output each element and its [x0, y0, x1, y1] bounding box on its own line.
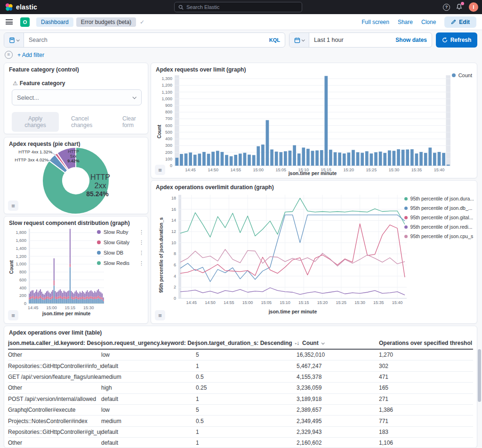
apply-changes-button[interactable]: Apply changes — [12, 112, 59, 132]
legend-kebab-icon[interactable]: ⋮ — [136, 240, 144, 246]
svg-text:15:30: 15:30 — [83, 305, 94, 310]
table-cell: 471 — [379, 374, 472, 380]
y-axis-label: 95th percentile of json.duration_s — [159, 217, 164, 293]
legend-dot — [97, 230, 101, 234]
control-field-label: Feature category — [20, 80, 65, 87]
svg-text:500: 500 — [165, 130, 172, 135]
legend-toggle-icon[interactable]: ≡ — [8, 200, 18, 211]
table-cell: Projects::NotesController#index — [8, 418, 101, 424]
table-cell: 1 — [196, 429, 297, 435]
table-cell: 4,155,378 — [297, 374, 379, 380]
x-axis-label: json.time per minute — [178, 309, 407, 314]
legend-kebab-icon[interactable]: ⋮ — [136, 229, 144, 235]
legend-toggle-icon[interactable]: ≡ — [155, 165, 165, 175]
show-dates-link[interactable]: Show dates — [395, 37, 432, 43]
table-cell: medium — [101, 374, 196, 380]
svg-text:14: 14 — [171, 218, 176, 223]
chevron-down-icon — [295, 341, 297, 344]
y-axis-label: Count — [157, 125, 162, 138]
svg-text:800: 800 — [165, 110, 172, 114]
legend-item[interactable]: 95th percentile of json.cpu_s — [404, 232, 474, 241]
kql-toggle[interactable]: KQL — [269, 37, 285, 43]
svg-text:700: 700 — [165, 116, 172, 121]
user-avatar[interactable]: I — [469, 2, 478, 12]
kql-search-bar: Search KQL — [4, 32, 285, 48]
refresh-button[interactable]: Refresh — [436, 32, 477, 48]
table-cell: 5,467,247 — [297, 363, 379, 369]
x-axis-label: json.time per minute — [29, 311, 104, 316]
pie-callout-http3xx: HTTP 3xx 4.02% — [5, 157, 48, 162]
clone-link[interactable]: Clone — [421, 19, 436, 25]
legend-kebab-icon[interactable]: ⋮ — [136, 250, 144, 256]
legend-dot — [97, 251, 101, 255]
page-scrollbar-thumb[interactable] — [478, 349, 481, 402]
breadcrumb-dashboard[interactable]: Dashboard — [36, 17, 73, 27]
svg-text:14:55: 14:55 — [224, 300, 234, 305]
global-search-input[interactable]: Search Elastic — [174, 2, 302, 12]
legend-item-count[interactable]: Count — [452, 72, 472, 78]
query-bar: Search KQL Last 1 hour Show dates Refre — [4, 32, 478, 48]
legend-toggle-icon[interactable]: ≡ — [155, 310, 165, 320]
table-cell: 1 — [196, 396, 297, 402]
legend-item[interactable]: Slow Ruby⋮ — [97, 227, 144, 237]
breadcrumb-current: Error budgets (beta) — [76, 17, 136, 27]
table-row: Repositories::GitHttpController#git_upl.… — [8, 427, 473, 438]
table-cell: GET /api/:version/feature_flags/unleash.… — [8, 374, 101, 380]
help-icon[interactable]: ? — [443, 4, 450, 11]
table-row: POST /api/:version/internal/alloweddefau… — [8, 394, 473, 405]
pie-label-http2xx-pct: 85.24% — [80, 190, 114, 198]
clear-form-button[interactable]: Clear form — [122, 115, 148, 128]
legend-item[interactable]: 95th percentile of json.redi... — [404, 222, 474, 232]
saved-query-menu-button[interactable] — [4, 33, 24, 47]
menu-icon[interactable] — [6, 19, 13, 24]
share-link[interactable]: Share — [398, 19, 413, 25]
column-header-request-urgency[interactable]: json.request_urgency.keyword: Des... — [101, 340, 196, 346]
saved-query-icon — [9, 37, 15, 43]
legend-item[interactable]: 95th percentile of json.gital... — [404, 213, 474, 222]
svg-text:0: 0 — [174, 296, 176, 301]
refresh-icon — [442, 37, 448, 43]
legend-kebab-icon[interactable]: ⋮ — [136, 260, 144, 266]
full-screen-link[interactable]: Full screen — [362, 19, 389, 25]
legend-toggle-icon[interactable]: ≡ — [8, 310, 18, 320]
svg-text:15:35: 15:35 — [373, 300, 384, 305]
table-cell: Repositories::GitHttpController#info_ref… — [8, 363, 101, 369]
add-filter-link[interactable]: + Add filter — [17, 52, 44, 58]
bar-chart-canvas[interactable]: 01002003004005006007008009001,0001,1001,… — [151, 63, 478, 179]
table-cell: default — [101, 429, 196, 435]
table-row: Otherdefault12,160,6021,106 — [8, 438, 473, 448]
column-header-target-duration[interactable]: json.target_duration_s: Descending — [196, 340, 297, 346]
search-input[interactable]: Search — [24, 37, 269, 43]
table-cell: 183 — [379, 429, 472, 435]
notifications-button[interactable] — [456, 3, 463, 11]
column-header-caller-id[interactable]: json.meta.caller_id.keyword: Desce... — [8, 340, 101, 346]
svg-text:15:20: 15:20 — [317, 300, 328, 305]
legend-item[interactable]: 95th percentile of json.dura... — [404, 194, 474, 203]
edit-button[interactable]: Edit — [444, 16, 476, 28]
legend-item[interactable]: Slow DB⋮ — [97, 248, 144, 258]
space-badge[interactable]: O — [20, 17, 30, 27]
svg-text:8: 8 — [174, 251, 176, 256]
quick-select-menu-button[interactable] — [289, 33, 309, 47]
table-cell: 5 — [196, 407, 297, 413]
table-cell: 2,329,943 — [297, 429, 379, 435]
legend-label: 95th percentile of json.redi... — [410, 224, 473, 230]
elastic-logo[interactable]: elastic — [0, 3, 37, 11]
column-header-count[interactable]: ↓ Count — [297, 340, 379, 346]
legend-item[interactable]: Slow Redis⋮ — [97, 258, 144, 268]
pencil-icon — [451, 19, 456, 24]
legend-item[interactable]: Slow Gitaly⋮ — [97, 237, 144, 248]
table-cell: 1 — [196, 363, 297, 369]
panel-apdex-requests-over-limit: Apdex requests over limit (graph) 010020… — [151, 63, 477, 178]
table-cell: 2,349,495 — [297, 418, 379, 424]
column-header-operations-threshold[interactable]: Operations over specified threshold... — [379, 340, 472, 346]
table-cell: 0.5 — [196, 374, 297, 380]
time-range-value[interactable]: Last 1 hour — [309, 37, 395, 43]
filter-sets-icon[interactable]: ≡ — [5, 51, 13, 59]
feature-category-select[interactable]: Select... — [12, 89, 142, 105]
cancel-changes-button[interactable]: Cancel changes — [71, 115, 110, 128]
table-cell: 771 — [379, 418, 472, 424]
time-range-picker: Last 1 hour Show dates — [289, 32, 432, 48]
filter-bar: ≡ + Add filter — [5, 51, 44, 59]
legend-item[interactable]: 95th percentile of json.db_... — [404, 203, 474, 213]
